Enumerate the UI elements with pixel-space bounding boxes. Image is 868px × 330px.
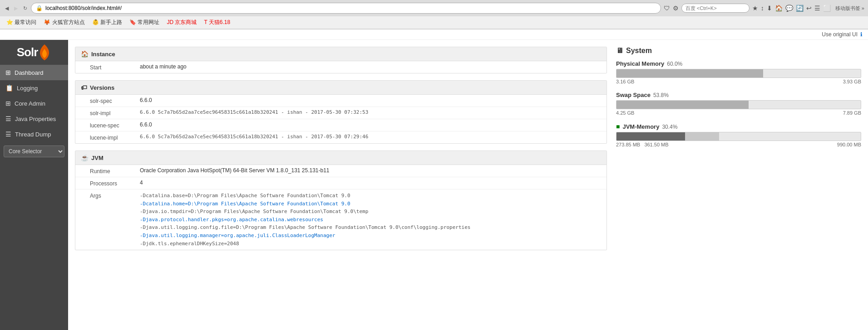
lucene-spec-row: lucene-spec 6.6.0 (75, 119, 607, 131)
jvm-body: Runtime Oracle Corporation Java HotSpot(… (75, 165, 607, 250)
jvm-other-segment (685, 132, 719, 141)
window-icon[interactable]: ⬜ (823, 5, 831, 12)
physical-memory-labels: 3.16 GB 3.93 GB (616, 79, 861, 84)
sync-icon[interactable]: ↕ (761, 5, 764, 12)
nav-core-admin[interactable]: ⊞ Core Admin (0, 96, 68, 111)
processors-value: 4 (140, 180, 143, 186)
instance-section-header: 🏠 Instance (75, 47, 607, 61)
shield-icon: 🛡 (664, 5, 670, 12)
physical-memory-used: 3.16 GB (616, 79, 634, 84)
jvm-memory-dot: ■ (616, 123, 620, 130)
jvm-icon: ☕ (81, 154, 89, 161)
jvm-header: ☕ JVM (75, 151, 607, 165)
left-panel: 🏠 Instance Start about a minute ago 🏷 Ve… (75, 47, 607, 330)
jvm-memory-block: ■ JVM-Memory 30.4% 273.85 MB 361.50 MB (616, 123, 861, 147)
jvm-memory-used: 273.85 MB 361.50 MB (616, 142, 669, 147)
instance-start-row: Start about a minute ago (75, 61, 607, 73)
bookmark-jd[interactable]: JD 京东商城 (164, 18, 199, 27)
physical-memory-label: Physical Memory (616, 60, 664, 67)
swap-space-total: 7.89 GB (843, 110, 861, 116)
url-input[interactable]: localhost:8080/solr/index.html#/ (45, 5, 656, 11)
system-section: 🖥 System Physical Memory 60.0% 3.16 GB 3… (616, 47, 861, 147)
solr-impl-value: 6.6.0 5c7a7b65d2aa7ce5ec96458315c661a18b… (140, 109, 368, 115)
main-content: 🏠 Instance Start about a minute ago 🏷 Ve… (68, 40, 868, 330)
refresh-button[interactable]: ↻ (22, 5, 28, 11)
lucene-spec-label: lucene-spec (81, 121, 140, 129)
bookmark-frequent[interactable]: ⭐ 最常访问 (4, 18, 39, 27)
download-icon[interactable]: ⬇ (767, 5, 772, 12)
solr-text: Solr (17, 45, 38, 59)
bookmark-tmall[interactable]: T 天猫6.18 (201, 18, 233, 27)
solr-spec-label: solr-spec (81, 97, 140, 104)
instance-icon: 🏠 (81, 50, 89, 58)
sync2-icon[interactable]: 🔄 (796, 5, 804, 12)
jvm-memory-bar (616, 132, 861, 141)
swap-space-bar (616, 100, 861, 109)
bookmark-firefox[interactable]: 🦊 火狐官方站点 (41, 18, 87, 27)
forward-button[interactable]: ▶ (13, 5, 19, 11)
swap-space-pct: 53.8% (653, 92, 669, 98)
menu-icon[interactable]: ☰ (814, 5, 820, 12)
nav-thread-dump[interactable]: ☰ Thread Dump (0, 126, 68, 142)
solr-logo: Solr (17, 44, 52, 60)
lucene-impl-row: lucene-impl 6.6.0 5c7a7b65d2aa7ce5ec9645… (75, 131, 607, 143)
search-bar-icon (681, 4, 750, 13)
versions-body: solr-spec 6.6.0 solr-impl 6.6.0 5c7a7b65… (75, 95, 607, 143)
jvm-memory-pct: 30.4% (662, 124, 677, 130)
start-value: about a minute ago (140, 63, 187, 70)
args-value: -Dcatalina.base=D:\Program Files\Apache … (140, 192, 470, 248)
search-input[interactable] (681, 4, 750, 13)
swap-space-used: 4.25 GB (616, 110, 634, 116)
runtime-label: Runtime (81, 167, 140, 175)
solr-flame-icon (38, 44, 51, 60)
physical-memory-pct: 60.0% (667, 61, 682, 67)
bookmark-newbie[interactable]: 👶 新手上路 (89, 18, 125, 27)
thread-dump-icon: ☰ (5, 131, 11, 138)
bookmark-icon[interactable]: ★ (752, 5, 758, 12)
core-selector-container: Core Selector (4, 146, 64, 157)
nav-core-admin-label: Core Admin (15, 100, 45, 107)
nav-java-properties[interactable]: ☰ Java Properties (0, 111, 68, 126)
browser-icons: 🛡 ⚙ ★ ↕ ⬇ 🏠 💬 🔄 ↩ ☰ ⬜ (664, 4, 831, 13)
args-label: Args (81, 192, 140, 199)
nav-logging[interactable]: 📋 Logging (0, 80, 68, 96)
solr-spec-value: 6.6.0 (140, 97, 152, 103)
chat-icon[interactable]: 💬 (785, 5, 793, 12)
core-selector-select[interactable]: Core Selector (4, 146, 64, 157)
original-ui-link[interactable]: ℹ (860, 31, 863, 38)
address-bar: 🔒 localhost:8080/solr/index.html#/ (31, 3, 661, 14)
back-button[interactable]: ◀ (4, 5, 10, 11)
nav-logging-label: Logging (17, 85, 38, 92)
use-original-ui-text: Use original UI (822, 31, 858, 38)
processors-row: Processors 4 (75, 177, 607, 189)
start-label: Start (81, 63, 140, 71)
runtime-value: Oracle Corporation Java HotSpot(TM) 64-B… (140, 167, 330, 174)
physical-memory-fill (616, 69, 763, 78)
bookmarks-bar: ⭐ 最常访问 🦊 火狐官方站点 👶 新手上路 🔖 常用网址 JD 京东商城 T … (0, 16, 868, 29)
sidebar: Solr ⊞ Dashboard 📋 Logging ⊞ Core Admin … (0, 40, 68, 330)
core-admin-icon: ⊞ (5, 100, 11, 107)
processors-label: Processors (81, 180, 140, 187)
args-row: Args -Dcatalina.base=D:\Program Files\Ap… (75, 189, 607, 250)
instance-section: 🏠 Instance Start about a minute ago (75, 47, 607, 73)
versions-icon: 🏷 (81, 84, 87, 91)
versions-title: Versions (90, 84, 114, 91)
jvm-memory-header: ■ JVM-Memory 30.4% (616, 123, 861, 130)
swap-space-fill (616, 101, 749, 109)
nav-thread-dump-label: Thread Dump (15, 131, 51, 138)
home-icon[interactable]: 🏠 (775, 5, 783, 12)
nav-dashboard[interactable]: ⊞ Dashboard (0, 65, 68, 80)
physical-memory-block: Physical Memory 60.0% 3.16 GB 3.93 GB (616, 60, 861, 84)
settings-icon[interactable]: ⚙ (673, 5, 679, 12)
versions-header: 🏷 Versions (75, 81, 607, 95)
lucene-impl-value: 6.6.0 5c7a7b65d2aa7ce5ec96458315c661a18b… (140, 134, 368, 140)
lucene-spec-value: 6.6.0 (140, 121, 152, 128)
solr-impl-label: solr-impl (81, 109, 140, 116)
bookmark-common[interactable]: 🔖 常用网址 (127, 18, 162, 27)
mobile-bookmarks: 移动版书签 » (835, 5, 864, 12)
undo-icon[interactable]: ↩ (806, 5, 812, 12)
jvm-section: ☕ JVM Runtime Oracle Corporation Java Ho… (75, 150, 607, 250)
solr-impl-row: solr-impl 6.6.0 5c7a7b65d2aa7ce5ec964583… (75, 107, 607, 119)
topbar-right: Use original UI ℹ (0, 29, 868, 40)
swap-space-label: Swap Space (616, 92, 651, 98)
